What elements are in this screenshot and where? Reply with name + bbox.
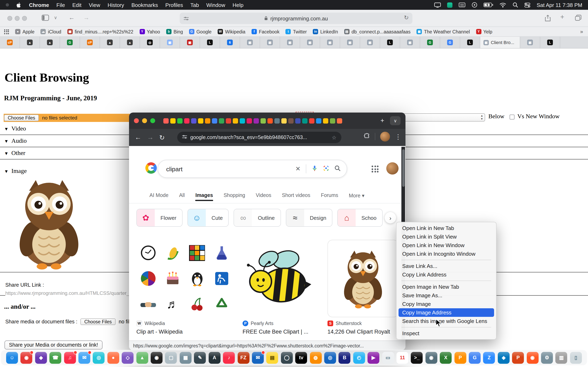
google-logo[interactable] [145,162,157,174]
dock-app-icon[interactable]: Z [483,352,495,364]
back-icon[interactable]: ← [69,14,75,21]
forward-icon[interactable]: → [147,134,154,141]
result-title[interactable]: 14,226 Owl Clipart Royalt [328,329,400,335]
browser-tab[interactable]: G [420,37,440,48]
app-badge-icon[interactable] [447,2,452,8]
chips-scroll-right-icon[interactable]: › [385,212,396,224]
bookmark-item[interactable]: YYahoo [139,29,160,34]
browser-tab[interactable]: ▣ [320,37,340,48]
browser-tab[interactable]: ▲ [100,37,120,48]
context-menu-item[interactable]: Open Link in New Tab [397,224,496,233]
browser-tab[interactable]: L [380,37,400,48]
dock-app-icon[interactable]: ✉ [252,352,264,364]
apple-menu-icon[interactable] [16,2,22,8]
clear-search-icon[interactable]: ✕ [295,165,301,173]
scrollbar-thumb[interactable] [402,149,405,187]
popup-tab-favicon[interactable] [198,118,203,123]
menu-item[interactable]: File [56,2,65,8]
tab-overview-icon[interactable] [575,15,581,22]
dock-app-icon[interactable]: ● [107,352,119,364]
results-tab[interactable]: AI Mode [149,192,168,198]
google-apps-grid-icon[interactable] [372,166,379,173]
control-center-icon[interactable] [524,2,530,8]
close-window-button[interactable] [134,118,139,123]
popup-tab-favicon[interactable] [240,118,245,123]
result-source[interactable]: W Wikipedia [136,320,165,326]
context-menu-item[interactable]: Open Link in New Window [397,241,496,250]
popup-tab-favicon[interactable] [323,118,328,123]
new-tab-icon[interactable]: + [378,117,387,124]
context-menu-item[interactable]: Open Link in Incognito Window [397,250,496,258]
dock-app-icon[interactable]: ☺ [6,352,18,364]
browser-tab[interactable]: ▣ [360,37,380,48]
popup-tab-favicon[interactable] [219,118,224,123]
share-submit-button[interactable]: Share your Media or documents or link! [4,341,103,350]
browser-tab[interactable]: ▣ [260,37,280,48]
address-bar[interactable]: rjmprogramming.com.au ↻ [180,13,412,24]
vs-new-window-checkbox[interactable] [510,115,515,119]
browser-tab[interactable]: ▣ [280,37,300,48]
browser-tab[interactable]: G [440,37,460,48]
dock-app-icon[interactable]: X [440,352,452,364]
browser-tab[interactable]: 6 [220,37,240,48]
popup-tab-favicon[interactable] [316,118,321,123]
popup-tab-favicon[interactable] [281,118,287,123]
dock-app-icon[interactable]: ⚙ [541,352,553,364]
browser-tab[interactable]: L [200,37,220,48]
result-source[interactable]: P Pearly Arts [242,320,273,326]
bookmark-item[interactable]: ▦find_minus....rep+%22s%22 [67,29,133,34]
dock-app-icon[interactable]: ◉ [527,352,538,364]
context-menu-item[interactable]: Copy Link Address [397,270,496,279]
dock-app-icon[interactable]: 11 [397,352,408,364]
menu-item[interactable]: History [108,2,124,8]
popup-tab-favicon[interactable] [330,118,335,123]
voice-search-icon[interactable] [311,165,318,173]
results-tab[interactable]: Short videos [282,192,310,198]
popup-tab-favicon[interactable] [226,118,231,123]
context-menu-item[interactable]: Save Image As... [397,291,496,300]
result-image-collage[interactable]: ♬ [136,241,233,317]
close-window-button[interactable] [7,16,12,21]
browser-tab[interactable]: G [60,37,80,48]
reload-icon[interactable]: ↻ [404,14,409,21]
popup-tab-favicon[interactable] [288,118,294,123]
bookmark-item[interactable]: ▣The Weather Channel [417,29,470,34]
dock-app-icon[interactable]: A [208,352,220,364]
dock-app-icon[interactable]: ♪ [223,352,235,364]
browser-tab[interactable]: ▲ [20,37,40,48]
menu-item[interactable]: Window [207,2,225,8]
menu-kebab-icon[interactable]: ⋮ [395,133,401,141]
dock-app-icon[interactable]: ◍ [310,352,321,364]
browser-tab[interactable]: ▲ [120,37,140,48]
site-settings-icon[interactable] [182,134,187,140]
display-icon[interactable] [434,2,441,8]
tab-search-chevron-icon[interactable]: ∨ [390,116,401,125]
menu-app-name[interactable]: Chrome [29,2,49,8]
results-tab[interactable]: All [179,192,185,198]
dock-app-icon[interactable]: ▯ [570,352,582,364]
bookmark-item[interactable]: ▤db_connect.p...aaasaaafaas [344,29,411,34]
battery-icon[interactable] [484,2,493,7]
popup-tab-favicon[interactable] [247,118,252,123]
popup-title-bar[interactable]: + ∨ [129,113,406,129]
popup-tab-favicon[interactable] [205,118,210,123]
search-query[interactable]: clipart [166,165,290,172]
bookmark-item[interactable]: inLinkedIn [313,29,338,34]
image-section-summary[interactable]: ▼ Image [4,167,27,175]
dock-app-icon[interactable]: ◉ [21,352,33,364]
result-title[interactable]: Clip art - Wikipedia [136,329,234,335]
popup-tab-favicon[interactable] [163,118,169,123]
bookmark-item[interactable]: WWikipedia [218,29,245,34]
dock-app-icon[interactable]: ◇ [122,352,134,364]
zoom-window-button[interactable] [22,16,27,21]
results-tab[interactable]: More ▾ [349,192,364,198]
owl-clipart-image[interactable] [5,176,93,270]
related-search-chip[interactable]: ∞ Outline [234,209,281,227]
zoom-window-button[interactable] [150,118,155,123]
dock-app-icon[interactable]: G [469,352,481,364]
google-lens-icon[interactable] [323,165,329,173]
keyboard-icon[interactable] [458,2,466,7]
choose-files-button[interactable]: Choose Files [4,115,39,121]
play-icon[interactable] [472,2,477,8]
page-settings-icon[interactable] [184,16,189,22]
